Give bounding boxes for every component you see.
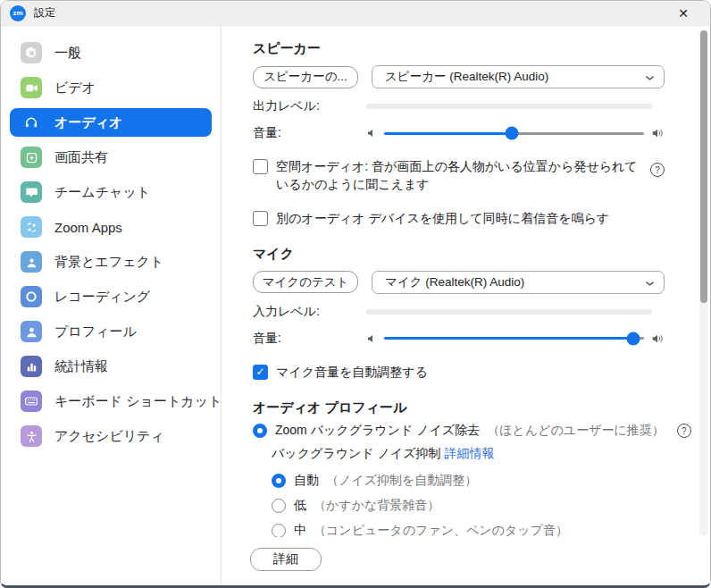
sidebar-item-label: チームチャット [54,184,150,201]
statistics-icon [21,356,42,377]
input-level-meter [366,309,652,315]
sidebar-item-background-effects[interactable]: 背景とエフェクト [10,248,212,276]
output-level-meter [366,104,652,109]
team-chat-icon [21,181,42,203]
ring-devices-label: 別のオーディオ デバイスを使用して同時に着信音を鳴らす [276,209,609,227]
headphones-icon [21,112,42,133]
noise-option-medium: 中 （コンピュータのファン、ペンのタップ音） [272,523,665,537]
ring-devices-checkbox[interactable]: ✓ [253,211,268,226]
speaker-device-value: スピーカー (Realtek(R) Audio) [385,69,645,85]
speaker-high-icon [651,127,664,139]
sidebar-item-audio[interactable]: オーディオ [10,108,212,137]
sidebar-item-label: ビデオ [54,80,96,97]
sidebar-item-label: オーディオ [54,114,122,131]
sidebar-item-keyboard-shortcuts[interactable]: キーボード ショートカット [10,387,212,416]
speaker-low-icon [366,128,377,139]
auto-adjust-mic-label: マイク音量を自動調整する [276,363,428,381]
chevron-down-icon [645,274,655,290]
speaker-low-icon [366,333,377,344]
mic-section-heading: マイク [253,246,665,263]
mic-device-value: マイク (Realtek(R) Audio) [385,274,645,290]
noise-removal-radio[interactable] [253,424,267,438]
advanced-button[interactable]: 詳細 [250,548,322,571]
noise-removal-label: Zoom バックグラウンド ノイズ除去 [275,423,480,439]
keyboard-icon [21,391,42,412]
slider-thumb[interactable] [627,332,640,345]
output-level-label: 出力レベル: [253,98,366,114]
sidebar-item-label: レコーディング [54,289,150,306]
sidebar-item-profile[interactable]: プロフィール [10,317,212,346]
sidebar-item-statistics[interactable]: 統計情報 [10,352,212,381]
sidebar-item-label: キーボード ショートカット [54,393,222,410]
background-effects-icon [21,251,42,273]
audio-profile-heading: オーディオ プロフィール [253,399,665,416]
help-icon[interactable]: ? [677,424,691,438]
speaker-section-heading: スピーカー [253,40,665,57]
zoom-logo-icon: zm [10,5,26,21]
accessibility-icon [21,425,42,447]
sidebar-item-label: 一般 [54,45,81,62]
help-icon[interactable]: ? [650,163,665,177]
noise-medium-radio[interactable] [272,524,286,537]
scrollbar-track[interactable] [699,30,707,536]
speaker-high-icon [651,332,664,345]
spatial-audio-checkbox[interactable]: ✓ [253,159,268,174]
speaker-volume-slider[interactable] [384,126,644,140]
settings-scroll-area: スピーカー スピーカーの... スピーカー (Realtek(R) Audio)… [222,26,710,537]
video-camera-icon [21,77,42,98]
footer: 詳細 [222,537,710,571]
sidebar-item-recording[interactable]: レコーディング [10,282,212,311]
title-bar: zm 設定 ✕ [1,1,710,26]
sidebar-item-accessibility[interactable]: アクセシビリティ [10,422,212,450]
sidebar-item-zoom-apps[interactable]: Zoom Apps [10,213,212,241]
sidebar-item-screen-share[interactable]: 画面共有 [10,143,212,172]
sidebar-item-label: アクセシビリティ [54,428,164,445]
sidebar-item-label: プロフィール [54,323,137,340]
sidebar-item-video[interactable]: ビデオ [10,73,212,102]
chevron-down-icon [645,69,655,85]
noise-auto-radio[interactable] [272,474,286,488]
speaker-volume-label: 音量: [253,125,366,141]
sidebar-item-label: Zoom Apps [54,220,122,235]
noise-low-radio[interactable] [272,499,286,513]
sidebar-item-team-chat[interactable]: チームチャット [10,178,212,206]
noise-removal-hint: （ほとんどのユーザーに推奨） [487,423,665,439]
zoom-apps-icon [21,216,42,238]
test-mic-button[interactable]: マイクのテスト [253,271,358,293]
recording-icon [21,286,42,307]
mic-volume-label: 音量: [253,331,366,347]
learn-more-link[interactable]: 詳細情報 [444,446,494,460]
close-icon[interactable]: ✕ [665,1,701,26]
slider-thumb[interactable] [505,127,518,140]
window-title: 設定 [34,5,55,21]
sidebar-item-general[interactable]: 一般 [10,38,212,67]
test-speaker-button[interactable]: スピーカーの... [253,66,358,88]
gear-icon [21,42,42,63]
mic-device-dropdown[interactable]: マイク (Realtek(R) Audio) [372,271,665,294]
sidebar-item-label: 背景とエフェクト [54,254,163,271]
noise-option-low: 低 （かすかな背景雑音） [272,498,665,514]
scrollbar-thumb[interactable] [700,30,707,303]
sidebar-item-label: 画面共有 [54,149,108,166]
audio-settings-panel: スピーカー スピーカーの... スピーカー (Realtek(R) Audio)… [222,26,710,585]
settings-window: zm 設定 ✕ 一般 ビデオ オーディオ [0,0,711,588]
sidebar-item-label: 統計情報 [54,358,108,375]
screen-share-icon [21,147,42,168]
auto-adjust-mic-checkbox[interactable]: ✓ [253,365,268,380]
mic-volume-slider[interactable] [384,332,644,346]
input-level-label: 入力レベル: [253,304,366,320]
noise-suppression-label: バックグラウンド ノイズ抑制 詳細情報 [272,446,665,462]
noise-option-auto: 自動 （ノイズ抑制を自動調整） [272,473,665,489]
spatial-audio-label: 空間オーディオ: 音が画面上の各人物がいる位置から発せられているかのように聞こえ… [276,157,650,194]
profile-icon [21,321,42,342]
speaker-device-dropdown[interactable]: スピーカー (Realtek(R) Audio) [372,65,665,88]
settings-sidebar: 一般 ビデオ オーディオ 画面共有 [1,26,222,585]
